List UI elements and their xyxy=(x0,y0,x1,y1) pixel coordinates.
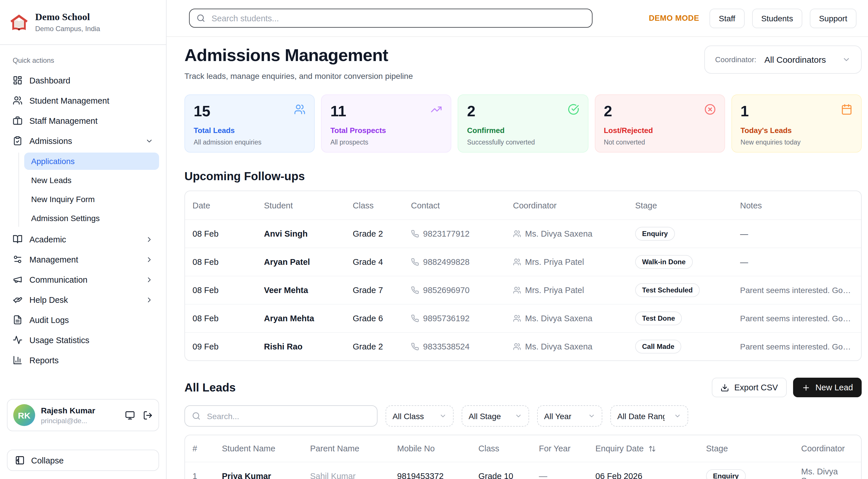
sidebar-item-label: Help Desk xyxy=(29,295,68,304)
leads-filters: All Class All Stage All Year All Date Ra… xyxy=(184,405,862,426)
sidebar-item-new-leads[interactable]: New Leads xyxy=(24,172,159,189)
sidebar-item-admission-settings[interactable]: Admission Settings xyxy=(24,210,159,227)
cell-student: Aryan Mehta xyxy=(264,314,353,323)
chevron-right-icon xyxy=(145,255,153,263)
cell-student: Veer Mehta xyxy=(264,285,353,295)
coordinator-label: Coordinator: xyxy=(715,55,756,64)
leads-search-input[interactable] xyxy=(206,411,370,421)
sidebar-item-dashboard[interactable]: Dashboard xyxy=(7,70,159,91)
table-row[interactable]: 08 Feb Veer Mehta Grade 7 9852696970 Mrs… xyxy=(185,276,861,304)
cell-contact: 9833538524 xyxy=(411,342,513,351)
col-contact: Contact xyxy=(411,201,513,210)
export-csv-label: Export CSV xyxy=(734,383,778,392)
sidebar-item-label: Dashboard xyxy=(29,76,70,85)
filter-all-date-range[interactable]: All Date Range xyxy=(610,405,688,426)
sidebar-item-label: Audit Logs xyxy=(29,315,69,324)
search-icon xyxy=(196,14,205,23)
stat-value: 1 xyxy=(741,102,852,120)
sidebar-item-applications[interactable]: Applications xyxy=(24,152,159,170)
stat-label: Today's Leads xyxy=(741,126,852,135)
table-row[interactable]: 08 Feb Aryan Mehta Grade 6 9895736192 Ms… xyxy=(185,304,861,332)
table-row[interactable]: 08 Feb Aryan Patel Grade 4 9882499828 Mr… xyxy=(185,247,861,276)
users-icon xyxy=(513,286,521,294)
sidebar-item-label: Management xyxy=(29,255,78,264)
cell-date: 08 Feb xyxy=(192,258,264,267)
table-row[interactable]: 08 Feb Anvi Singh Grade 2 9823177912 Ms.… xyxy=(185,219,861,247)
sidebar-item-reports[interactable]: Reports xyxy=(7,350,159,370)
col-enquiry-date-sort[interactable]: Enquiry Date xyxy=(595,444,706,453)
cell-student: Aryan Patel xyxy=(264,258,353,267)
phone-icon xyxy=(411,343,419,351)
stat-sublabel: New enquiries today xyxy=(741,139,852,146)
students-button[interactable]: Students xyxy=(752,8,802,28)
users-icon xyxy=(513,258,521,266)
users-icon xyxy=(13,96,23,105)
sidebar-item-academic[interactable]: Academic xyxy=(7,229,159,249)
new-lead-button[interactable]: New Lead xyxy=(793,378,862,397)
stat-card-confirmed: 2 Confirmed Successfully converted xyxy=(458,94,588,152)
phone-icon xyxy=(411,286,419,294)
sidebar-item-audit-logs[interactable]: Audit Logs xyxy=(7,310,159,330)
cell-class: Grade 2 xyxy=(353,229,411,238)
staff-button[interactable]: Staff xyxy=(710,8,744,28)
col-notes: Notes xyxy=(740,201,861,210)
sidebar-item-help-desk[interactable]: Help Desk xyxy=(7,289,159,310)
cell-contact: 9882499828 xyxy=(411,258,513,267)
export-csv-button[interactable]: Export CSV xyxy=(712,378,787,397)
sort-arrows-icon xyxy=(648,445,656,452)
user-email: principal@de... xyxy=(41,416,95,424)
sidebar-item-new-inquiry-form[interactable]: New Inquiry Form xyxy=(24,191,159,208)
quick-actions-label: Quick actions xyxy=(7,49,159,70)
cell-notes: Parent seems interested. Good prosp… xyxy=(740,285,861,295)
sidebar-item-management[interactable]: Management xyxy=(7,249,159,269)
cell-date: 08 Feb xyxy=(192,314,264,323)
school-logo-icon xyxy=(9,12,29,32)
sidebar-item-label: Reports xyxy=(29,355,59,365)
filter-all-stage[interactable]: All Stage xyxy=(462,405,529,426)
filter-all-class[interactable]: All Class xyxy=(385,405,454,426)
sidebar-item-admissions[interactable]: Admissions xyxy=(7,131,159,151)
sidebar-item-communication[interactable]: Communication xyxy=(7,269,159,289)
chevron-right-icon xyxy=(145,275,153,283)
cell-notes: Parent seems interested. Good prosp… xyxy=(740,314,861,323)
monitor-icon[interactable] xyxy=(125,410,135,420)
file-text-icon xyxy=(13,315,23,325)
users-icon xyxy=(513,343,521,351)
cell-class: Grade 7 xyxy=(353,285,411,295)
chevron-down-icon xyxy=(674,412,681,420)
bar-chart-icon xyxy=(13,355,23,365)
sidebar-item-staff-management[interactable]: Staff Management xyxy=(7,110,159,131)
col-class: Class xyxy=(353,201,411,210)
page-subtitle: Track leads, manage enquiries, and monit… xyxy=(184,71,413,80)
search-input[interactable] xyxy=(210,13,585,23)
collapse-button[interactable]: Collapse xyxy=(7,450,159,471)
user-card[interactable]: RK Rajesh Kumar principal@de... xyxy=(7,399,159,431)
cell-student: Anvi Singh xyxy=(264,229,353,238)
sidebar-item-label: Communication xyxy=(29,275,88,284)
filter-all-year[interactable]: All Year xyxy=(537,405,602,426)
coordinator-filter[interactable]: Coordinator: All Coordinators xyxy=(704,45,862,74)
col-num: # xyxy=(192,444,222,453)
sidebar-item-usage-statistics[interactable]: Usage Statistics xyxy=(7,330,159,350)
stat-value: 11 xyxy=(330,102,442,120)
table-row[interactable]: 1 Priya Kumar Sahil Kumar 9819453372 Gra… xyxy=(185,462,861,479)
stage-badge: Call Made xyxy=(635,340,681,353)
stats-row: 15 Total Leads All admission enquiries 1… xyxy=(184,94,862,152)
stage-badge: Test Scheduled xyxy=(635,283,700,297)
logout-icon[interactable] xyxy=(143,410,153,420)
users-icon xyxy=(513,314,521,322)
stat-sublabel: All prospects xyxy=(330,139,442,146)
stage-badge: Walk-in Done xyxy=(635,255,692,269)
avatar: RK xyxy=(13,404,35,426)
settings-icon xyxy=(13,254,23,264)
admissions-submenu: Applications New Leads New Inquiry Form … xyxy=(19,152,159,227)
user-name: Rajesh Kumar xyxy=(41,406,95,415)
phone-icon xyxy=(411,230,419,238)
clipboard-check-icon xyxy=(13,136,23,146)
sidebar-item-student-management[interactable]: Student Management xyxy=(7,91,159,110)
table-row[interactable]: 09 Feb Rishi Rao Grade 2 9833538524 Ms. … xyxy=(185,332,861,361)
main-area: DEMO MODE Staff Students Support Admissi… xyxy=(166,0,868,479)
support-button[interactable]: Support xyxy=(810,8,857,28)
col-mobile-no: Mobile No xyxy=(397,444,478,453)
cell-class: Grade 4 xyxy=(353,258,411,267)
